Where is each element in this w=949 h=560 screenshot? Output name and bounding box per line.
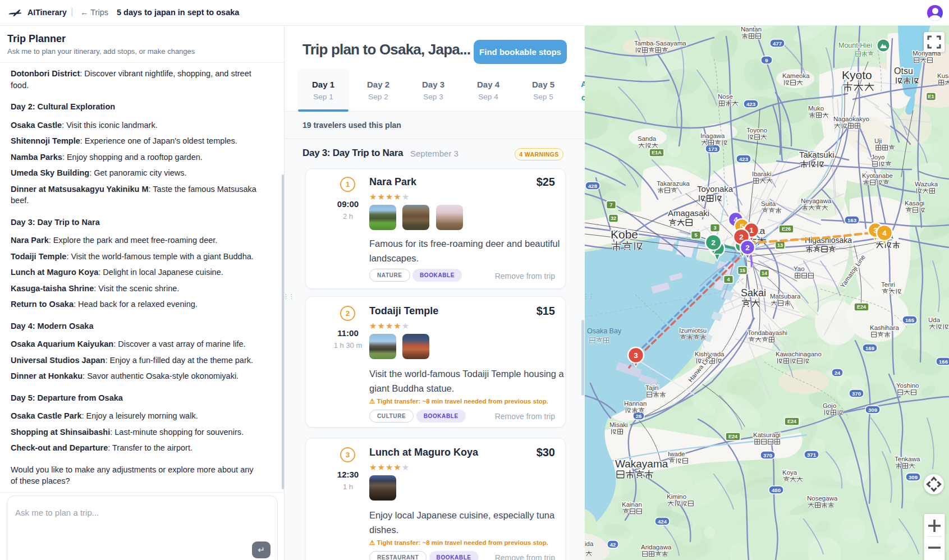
svg-text:Muko: Muko bbox=[808, 105, 824, 112]
svg-text:165: 165 bbox=[905, 317, 915, 323]
svg-text:Kawachinagano: Kawachinagano bbox=[776, 351, 822, 357]
svg-text:Koya: Koya bbox=[782, 469, 797, 476]
svg-text:Kasagi: Kasagi bbox=[905, 200, 924, 206]
svg-text:Aridagawa: Aridagawa bbox=[641, 544, 672, 550]
svg-text:Kashihara: Kashihara bbox=[870, 324, 899, 331]
svg-text:Nantan: Nantan bbox=[741, 26, 762, 33]
svg-text:Toyonaka: Toyonaka bbox=[697, 184, 733, 194]
svg-text:424: 424 bbox=[658, 518, 667, 525]
svg-text:13: 13 bbox=[777, 242, 783, 248]
svg-text:166: 166 bbox=[939, 359, 948, 365]
svg-text:Tenri: Tenri bbox=[881, 281, 895, 288]
svg-text:Amagasaki: Amagasaki bbox=[668, 208, 709, 218]
svg-text:Katsuragi: Katsuragi bbox=[753, 432, 781, 438]
svg-text:9: 9 bbox=[765, 57, 768, 63]
svg-text:370: 370 bbox=[763, 452, 772, 458]
svg-text:2: 2 bbox=[739, 233, 744, 241]
svg-text:370: 370 bbox=[852, 391, 861, 397]
svg-text:E1A: E1A bbox=[652, 150, 662, 155]
svg-text:Otsu: Otsu bbox=[894, 66, 913, 76]
svg-text:2: 2 bbox=[711, 238, 716, 247]
svg-text:Takarazuka: Takarazuka bbox=[657, 180, 690, 187]
svg-text:Ibaraki: Ibaraki bbox=[752, 171, 772, 177]
svg-text:Kyoto: Kyoto bbox=[842, 68, 872, 81]
svg-text:Izumiotsu: Izumiotsu bbox=[679, 327, 707, 334]
svg-text:Iwade: Iwade bbox=[668, 451, 685, 457]
svg-text:Nagaokakyo: Nagaokakyo bbox=[833, 116, 869, 122]
svg-text:Kobe: Kobe bbox=[611, 228, 638, 241]
svg-text:4: 4 bbox=[727, 277, 730, 282]
svg-text:Misaki: Misaki bbox=[609, 421, 628, 428]
svg-text:Inagawa: Inagawa bbox=[700, 132, 725, 139]
svg-text:Kainan: Kainan bbox=[622, 501, 642, 508]
svg-text:2: 2 bbox=[745, 244, 750, 252]
svg-text:480: 480 bbox=[772, 487, 781, 493]
svg-text:Suita: Suita bbox=[761, 200, 776, 207]
svg-text:7: 7 bbox=[609, 202, 612, 208]
svg-text:423: 423 bbox=[746, 101, 755, 107]
svg-text:E24: E24 bbox=[857, 304, 866, 310]
svg-text:Neyagawa: Neyagawa bbox=[801, 198, 832, 204]
svg-text:423: 423 bbox=[739, 156, 748, 162]
svg-text:Joyo: Joyo bbox=[871, 154, 884, 160]
svg-text:Kyotanabe: Kyotanabe bbox=[862, 172, 893, 179]
svg-text:169: 169 bbox=[865, 345, 874, 351]
svg-text:371: 371 bbox=[807, 452, 817, 458]
svg-text:Sakai: Sakai bbox=[741, 287, 766, 299]
svg-text:14: 14 bbox=[762, 270, 767, 276]
svg-text:5: 5 bbox=[694, 232, 697, 238]
svg-text:309: 309 bbox=[909, 474, 918, 480]
svg-text:1: 1 bbox=[749, 226, 754, 235]
svg-text:Yoshino: Yoshino bbox=[896, 382, 919, 389]
svg-text:173: 173 bbox=[708, 146, 717, 152]
svg-text:24: 24 bbox=[835, 370, 841, 376]
svg-text:309: 309 bbox=[868, 407, 877, 413]
svg-text:E1: E1 bbox=[928, 94, 934, 99]
svg-text:3: 3 bbox=[634, 351, 638, 360]
svg-text:Takatsuki: Takatsuki bbox=[799, 150, 835, 159]
svg-text:Gojo: Gojo bbox=[823, 402, 836, 409]
svg-text:4: 4 bbox=[882, 229, 887, 237]
svg-text:Tamba-Sasayama: Tamba-Sasayama bbox=[634, 40, 686, 47]
svg-text:Nosegawa: Nosegawa bbox=[807, 495, 838, 502]
svg-text:Osaka Bay: Osaka Bay bbox=[587, 327, 622, 335]
svg-text:Tajiri: Tajiri bbox=[645, 384, 659, 391]
svg-text:E26: E26 bbox=[782, 226, 791, 232]
svg-text:Matsubara: Matsubara bbox=[770, 293, 801, 300]
svg-text:E24: E24 bbox=[787, 419, 796, 424]
svg-text:26: 26 bbox=[636, 413, 642, 419]
svg-text:Kimino: Kimino bbox=[667, 493, 686, 500]
svg-text:Mount Hiei: Mount Hiei bbox=[838, 42, 872, 49]
svg-text:Tenkawa: Tenkawa bbox=[895, 456, 920, 462]
svg-text:ida: ida bbox=[585, 540, 594, 547]
svg-text:Tondabayashi: Tondabayashi bbox=[748, 329, 787, 336]
svg-text:Wazuka: Wazuka bbox=[915, 181, 938, 187]
svg-text:Yao: Yao bbox=[794, 265, 805, 272]
svg-text:Uji: Uji bbox=[874, 137, 882, 144]
svg-text:3: 3 bbox=[713, 225, 716, 231]
svg-text:163: 163 bbox=[847, 217, 856, 223]
svg-text:Kameoka: Kameoka bbox=[782, 72, 810, 79]
svg-text:Nose: Nose bbox=[718, 93, 733, 100]
svg-text:Kusatsu: Kusatsu bbox=[937, 72, 949, 79]
svg-text:Sanda: Sanda bbox=[638, 135, 657, 142]
svg-text:Wakayama: Wakayama bbox=[615, 458, 668, 470]
svg-text:Toyono: Toyono bbox=[746, 127, 767, 134]
svg-text:Hannan: Hannan bbox=[624, 400, 647, 407]
svg-text:32: 32 bbox=[611, 215, 616, 221]
svg-text:15: 15 bbox=[740, 268, 745, 273]
svg-text:E24: E24 bbox=[728, 434, 737, 439]
svg-text:Uda: Uda bbox=[928, 316, 941, 323]
svg-text:42: 42 bbox=[610, 541, 616, 548]
svg-text:428: 428 bbox=[588, 183, 597, 189]
svg-text:477: 477 bbox=[773, 40, 782, 47]
